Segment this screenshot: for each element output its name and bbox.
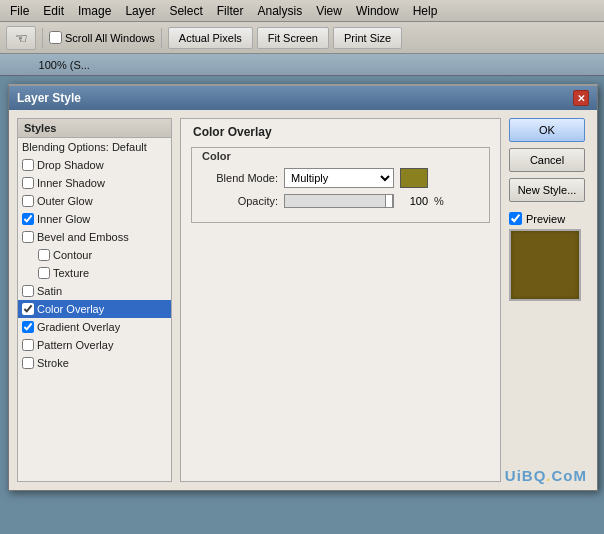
blend-mode-label: Blend Mode: xyxy=(198,172,278,184)
contour-label: Contour xyxy=(53,249,92,261)
drop-shadow-item[interactable]: Drop Shadow xyxy=(18,156,171,174)
blend-mode-row: Blend Mode: Multiply Normal Screen Overl… xyxy=(198,168,483,188)
texture-item[interactable]: Texture xyxy=(18,264,171,282)
dialog-title: Layer Style xyxy=(17,91,81,105)
hand-tool[interactable]: ☜ xyxy=(6,26,36,50)
bevel-emboss-label: Bevel and Emboss xyxy=(37,231,129,243)
inner-shadow-label: Inner Shadow xyxy=(37,177,105,189)
canvas-strip: 100% (S... xyxy=(0,54,604,76)
inner-glow-checkbox[interactable] xyxy=(22,213,34,225)
dialog-body: Styles Blending Options: Default Drop Sh… xyxy=(9,110,597,490)
outer-glow-item[interactable]: Outer Glow xyxy=(18,192,171,210)
scroll-all-checkbox[interactable] xyxy=(49,31,62,44)
drop-shadow-label: Drop Shadow xyxy=(37,159,104,171)
inner-glow-label: Inner Glow xyxy=(37,213,90,225)
toolbar-divider-1 xyxy=(42,28,43,48)
new-style-button[interactable]: New Style... xyxy=(509,178,585,202)
menu-help[interactable]: Help xyxy=(407,2,444,20)
bevel-emboss-checkbox[interactable] xyxy=(22,231,34,243)
menu-select[interactable]: Select xyxy=(163,2,208,20)
color-legend: Color xyxy=(198,150,483,162)
inner-glow-item[interactable]: Inner Glow xyxy=(18,210,171,228)
bevel-emboss-item[interactable]: Bevel and Emboss xyxy=(18,228,171,246)
styles-panel-header: Styles xyxy=(18,119,171,138)
pattern-overlay-item[interactable]: Pattern Overlay xyxy=(18,336,171,354)
gradient-overlay-checkbox[interactable] xyxy=(22,321,34,333)
dialog-titlebar: Layer Style ✕ xyxy=(9,86,597,110)
menu-file[interactable]: File xyxy=(4,2,35,20)
preview-box xyxy=(509,229,581,301)
pattern-overlay-checkbox[interactable] xyxy=(22,339,34,351)
dialog-area: Layer Style ✕ Styles Blending Options: D… xyxy=(0,76,604,499)
cancel-button[interactable]: Cancel xyxy=(509,148,585,172)
menu-image[interactable]: Image xyxy=(72,2,117,20)
color-swatch[interactable] xyxy=(400,168,428,188)
watermark-text2: CoM xyxy=(552,467,588,484)
contour-item[interactable]: Contour xyxy=(18,246,171,264)
toolbar-divider-2 xyxy=(161,28,162,48)
color-overlay-item[interactable]: Color Overlay xyxy=(18,300,171,318)
ok-button[interactable]: OK xyxy=(509,118,585,142)
color-overlay-label: Color Overlay xyxy=(37,303,104,315)
satin-checkbox[interactable] xyxy=(22,285,34,297)
satin-item[interactable]: Satin xyxy=(18,282,171,300)
watermark: UiBQ.CoM xyxy=(505,467,587,484)
pattern-overlay-label: Pattern Overlay xyxy=(37,339,113,351)
percent-label: % xyxy=(434,195,444,207)
blend-mode-select[interactable]: Multiply Normal Screen Overlay xyxy=(284,168,394,188)
menu-analysis[interactable]: Analysis xyxy=(251,2,308,20)
action-panel: OK Cancel New Style... Preview xyxy=(509,118,589,482)
opacity-slider[interactable] xyxy=(284,194,394,208)
stroke-item[interactable]: Stroke xyxy=(18,354,171,372)
overlay-section: Color Overlay Color Blend Mode: Multiply… xyxy=(180,118,501,482)
color-fieldset: Color Blend Mode: Multiply Normal Screen… xyxy=(191,147,490,223)
blending-options-item[interactable]: Blending Options: Default xyxy=(18,138,171,156)
dialog-close-button[interactable]: ✕ xyxy=(573,90,589,106)
scroll-all-label[interactable]: Scroll All Windows xyxy=(49,31,155,44)
preview-checkbox[interactable] xyxy=(509,212,522,225)
stroke-label: Stroke xyxy=(37,357,69,369)
fit-screen-button[interactable]: Fit Screen xyxy=(257,27,329,49)
drop-shadow-checkbox[interactable] xyxy=(22,159,34,171)
preview-label-row: Preview xyxy=(509,212,585,225)
contour-checkbox[interactable] xyxy=(38,249,50,261)
toolbar: ☜ Scroll All Windows Actual Pixels Fit S… xyxy=(0,22,604,54)
menu-window[interactable]: Window xyxy=(350,2,405,20)
actual-pixels-button[interactable]: Actual Pixels xyxy=(168,27,253,49)
section-title: Color Overlay xyxy=(191,125,490,139)
menu-view[interactable]: View xyxy=(310,2,348,20)
styles-panel: Styles Blending Options: Default Drop Sh… xyxy=(17,118,172,482)
stroke-checkbox[interactable] xyxy=(22,357,34,369)
preview-area: Preview xyxy=(509,212,585,301)
menu-edit[interactable]: Edit xyxy=(37,2,70,20)
opacity-label: Opacity: xyxy=(198,195,278,207)
outer-glow-checkbox[interactable] xyxy=(22,195,34,207)
scroll-all-text: Scroll All Windows xyxy=(65,32,155,44)
outer-glow-label: Outer Glow xyxy=(37,195,93,207)
preview-label-text: Preview xyxy=(526,213,565,225)
texture-label: Texture xyxy=(53,267,89,279)
gradient-overlay-label: Gradient Overlay xyxy=(37,321,120,333)
menubar: File Edit Image Layer Select Filter Anal… xyxy=(0,0,604,22)
canvas-info: 100% (S... xyxy=(8,59,90,71)
menu-filter[interactable]: Filter xyxy=(211,2,250,20)
inner-shadow-checkbox[interactable] xyxy=(22,177,34,189)
color-overlay-checkbox[interactable] xyxy=(22,303,34,315)
layer-style-dialog: Layer Style ✕ Styles Blending Options: D… xyxy=(8,84,598,491)
inner-shadow-item[interactable]: Inner Shadow xyxy=(18,174,171,192)
gradient-overlay-item[interactable]: Gradient Overlay xyxy=(18,318,171,336)
blending-options-label: Blending Options: Default xyxy=(22,141,147,153)
satin-label: Satin xyxy=(37,285,62,297)
menu-layer[interactable]: Layer xyxy=(119,2,161,20)
texture-checkbox[interactable] xyxy=(38,267,50,279)
center-panel: Color Overlay Color Blend Mode: Multiply… xyxy=(180,118,501,482)
print-size-button[interactable]: Print Size xyxy=(333,27,402,49)
opacity-value: 100 xyxy=(400,195,428,207)
opacity-row: Opacity: 100 % xyxy=(198,194,483,208)
watermark-text1: UiBQ xyxy=(505,467,547,484)
